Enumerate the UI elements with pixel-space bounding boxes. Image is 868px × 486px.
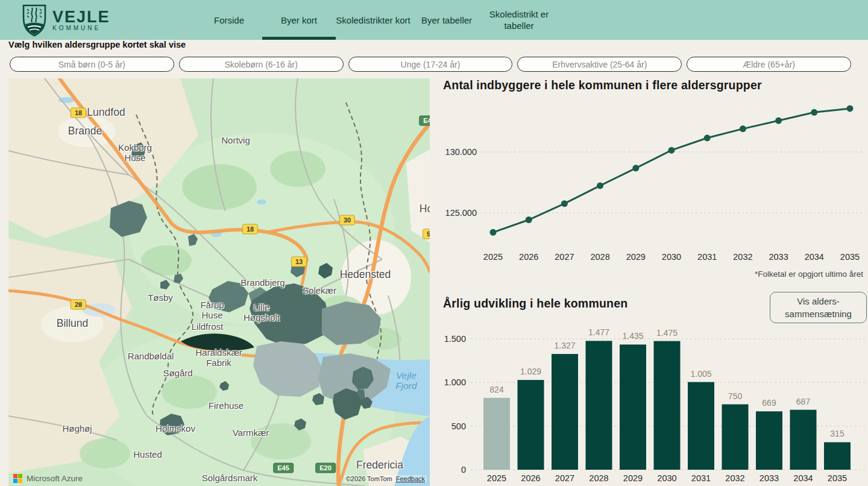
map-place-label: Brandbjerg [241, 277, 285, 288]
line-point[interactable] [811, 109, 817, 116]
line-point[interactable] [490, 229, 497, 236]
map-place-label: Lundfod [87, 107, 125, 118]
x-tick-label: 2035 [828, 473, 847, 483]
x-tick-label: 2035 [840, 252, 860, 262]
bar[interactable] [756, 411, 782, 470]
road-shield: E45 [273, 463, 294, 473]
road-shield: 13 [291, 257, 307, 267]
map-place-label: Firehuse [209, 400, 244, 411]
age-btn-erhvervsaktive[interactable]: Erhvervsaktive (25-64 år) [517, 57, 682, 72]
age-group-buttons: Små børn (0-5 år) Skolebørn (6-16 år) Un… [10, 57, 851, 72]
age-btn-smaa-boern[interactable]: Små børn (0-5 år) [10, 57, 174, 72]
y-tick-label: 0 [461, 465, 466, 475]
map-canvas[interactable]: LundfodBrandeKokborg HuseNortvigHoBrandb… [8, 78, 430, 486]
microsoft-logo-icon [13, 474, 22, 483]
map-place-label: Nortvig [221, 135, 250, 145]
map-place-label: Høghøj [62, 423, 92, 434]
line-point[interactable] [847, 105, 854, 112]
bar[interactable] [824, 442, 851, 470]
x-tick-label: 2027 [555, 473, 574, 483]
line-point[interactable] [597, 182, 603, 189]
line-point[interactable] [704, 134, 711, 141]
footnote: *Folketal er opgjort ultimo året [603, 270, 863, 279]
x-tick-label: 2025 [487, 473, 506, 483]
bar-chart: 05001.0001.50082420251.02920261.32720271… [443, 326, 868, 486]
main-nav: Forside Byer kort Skoledistrikter kort B… [196, 0, 555, 40]
road-shield: E45 [419, 116, 430, 126]
bar[interactable] [518, 380, 544, 470]
feedback-link[interactable]: Feedback [396, 475, 425, 482]
tomtom-attribution: ©2026 TomTomFeedback [344, 475, 427, 482]
show-age-composition-button[interactable]: Vis alders- sammensætning [770, 292, 867, 323]
line-point[interactable] [740, 125, 746, 132]
nav-item-byer-kort[interactable]: Byer kort [262, 0, 336, 40]
map-place-label: Husted [133, 449, 162, 459]
age-btn-unge[interactable]: Unge (17-24 år) [348, 57, 513, 72]
bar-value-label: 1.477 [588, 327, 609, 337]
road-shield: 18 [242, 224, 258, 235]
map-place-label: Hedensted [340, 270, 391, 280]
road-shield: E20 [315, 463, 336, 473]
bar[interactable] [688, 382, 714, 470]
line-point[interactable] [668, 147, 675, 154]
top-navbar: VEJLE KOMMUNE Forside Byer kort Skoledis… [0, 0, 868, 40]
map-place-label: Brande [68, 126, 102, 136]
road-shield: 5 [423, 229, 430, 239]
map-place-label: Haraldskær Fabrik [195, 347, 242, 368]
age-btn-skoleboern[interactable]: Skolebørn (6-16 år) [179, 57, 344, 72]
bar[interactable] [586, 341, 612, 470]
map-place-label: Solekær [303, 285, 336, 295]
bar-value-label: 824 [489, 385, 504, 394]
x-tick-label: 2030 [657, 473, 676, 483]
nav-item-forside[interactable]: Forside [196, 0, 262, 40]
x-tick-label: 2025 [483, 252, 503, 262]
map-place-label: Billund [57, 318, 89, 329]
x-tick-label: 2029 [623, 473, 643, 483]
tomtom-copyright: ©2026 TomTom [346, 475, 392, 482]
map-place-label: Randbøldal [128, 351, 174, 361]
x-tick-label: 2034 [805, 252, 824, 262]
map-place-label: Lildfrost [192, 321, 224, 332]
logo-title: VEJLE [52, 9, 110, 25]
map-place-label: Søgård [163, 368, 192, 378]
bar[interactable] [722, 405, 749, 470]
age-btn-aeldre[interactable]: Ældre (65+år) [687, 57, 851, 72]
population-line [493, 109, 850, 232]
map-place-label: Ho [420, 204, 430, 214]
bar[interactable] [790, 410, 817, 470]
nav-item-byer-tabeller[interactable]: Byer tabeller [410, 0, 483, 40]
nav-item-skoledistrikter-tabeller[interactable]: Skoledistrikt er tabeller [483, 0, 555, 40]
x-tick-label: 2033 [760, 473, 779, 483]
map-place-label: Tøsby [148, 292, 173, 303]
line-point[interactable] [526, 216, 532, 223]
y-tick-label: 500 [451, 421, 466, 431]
map-place-label: Lille Høgsholt [244, 302, 280, 323]
y-tick-label: 1.500 [444, 334, 466, 344]
line-point[interactable] [775, 118, 782, 124]
bar-value-label: 1.029 [520, 367, 541, 376]
x-tick-label: 2029 [626, 252, 646, 262]
line-point[interactable] [561, 200, 568, 207]
x-tick-label: 2032 [733, 252, 752, 262]
x-tick-label: 2032 [725, 473, 744, 483]
nav-item-skoledistrikter-kort[interactable]: Skoledistrikter kort [336, 0, 410, 40]
bar-value-label: 687 [796, 397, 811, 406]
line-chart: 125.000130.00020252026202720282029203020… [443, 99, 868, 271]
bar[interactable] [552, 354, 578, 470]
bar[interactable] [620, 344, 646, 470]
x-tick-label: 2031 [691, 473, 711, 483]
vejle-kommune-logo: VEJLE KOMMUNE [22, 4, 110, 37]
x-tick-label: 2027 [555, 252, 574, 262]
y-tick-label: 1.000 [444, 377, 466, 387]
bar[interactable] [483, 398, 510, 470]
bar-value-label: 1.435 [622, 331, 643, 341]
x-tick-label: 2034 [793, 473, 813, 483]
line-point[interactable] [632, 165, 639, 171]
bar[interactable] [654, 341, 681, 470]
x-tick-label: 2030 [662, 252, 681, 262]
bar-value-label: 315 [830, 429, 844, 438]
azure-attribution-text: Microsoft Azure [27, 474, 83, 483]
x-tick-label: 2026 [521, 473, 540, 483]
map-place-label: Kokborg Huse [118, 142, 152, 163]
x-tick-label: 2026 [519, 252, 538, 262]
